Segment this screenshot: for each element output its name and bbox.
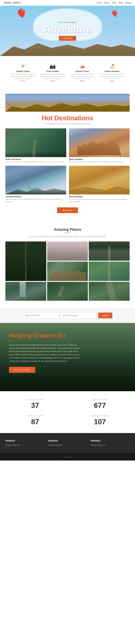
photo-waterfall xyxy=(6,282,46,301)
dest-img-europe xyxy=(6,128,66,157)
dest-img-africa: 🐪 xyxy=(69,166,130,194)
dest-desc-spain: Soaring mountains, sun-soaked coasts, Mo… xyxy=(69,161,130,163)
footer-bottom-text: Travel Co xyxy=(63,456,72,458)
email-cta-section: Submit xyxy=(0,308,135,323)
dest-card-spain: Spain Holidays Soaring mountains, sun-so… xyxy=(69,128,130,163)
nav-link-contact[interactable]: Contact xyxy=(125,2,131,4)
get-in-touch-button[interactable]: get in touch xyxy=(9,367,35,373)
extreme-tours-line xyxy=(80,81,85,81)
footer-col-2: Headline Sample footer text xyxy=(48,439,87,447)
photo-road-green xyxy=(89,262,129,281)
feature-dream-vacation: 🏖 Dream Vacation Sed do eiusmod tempor i… xyxy=(99,63,125,81)
hero-section: 🎈 🎈 It's time for great Adventure Learn … xyxy=(0,6,135,56)
amazing-photo-grid xyxy=(6,242,129,301)
holiday-types-title: Holiday Types xyxy=(11,70,36,72)
hero-content: It's time for great Adventure Learn More xyxy=(43,21,91,41)
dream-vacation-line xyxy=(110,81,114,81)
stat-coffee-label: CUPS OF COFFEE xyxy=(6,415,65,417)
feature-extreme-tours: ⛰ Extreme Tours Sed do eiusmod tempor in… xyxy=(70,63,95,81)
footer-col-3: Headline Sample footer text xyxy=(90,439,129,447)
nav-link-about[interactable]: About xyxy=(104,2,109,4)
dest-card-africa: 🐪 Africa Holidays Exotic souls, ancient … xyxy=(69,166,130,203)
dream-vacation-title: Dream Vacation xyxy=(99,70,125,72)
holiday-types-desc: Sed do eiusmod tempor incididunt ut labo… xyxy=(11,73,36,80)
footer-bottom: Travel Co xyxy=(0,453,135,460)
balloon-left: 🎈 xyxy=(15,8,28,20)
stat-hot-value: 37 xyxy=(6,402,65,410)
amazing-places-desc: Lorem ipsum dolor sit amet, consectetur … xyxy=(18,235,117,238)
balloon-right: 🎈 xyxy=(110,10,119,18)
extreme-tours-title: Extreme Tours xyxy=(70,70,95,72)
holiday-types-line xyxy=(21,81,25,81)
footer-col-3-title: Headline xyxy=(90,439,129,442)
hero-mountain xyxy=(0,40,135,56)
dest-desc-europe: From ancient cultures to amazing landsca… xyxy=(6,161,66,163)
nav-links: Home About Tours Blog Contact xyxy=(97,2,131,4)
travel-guides-title: Travel Guides xyxy=(40,70,65,72)
helping-dreams-content: Helping Dreams Do You can have as much o… xyxy=(0,323,90,391)
nav-link-home[interactable]: Home xyxy=(97,2,102,4)
travel-guides-icon: 📷 xyxy=(40,63,65,69)
dest-desc-cycling: Reawaken that long-lost childhood sense … xyxy=(6,198,66,203)
stat-countries-label: VISITED COUNTRIES xyxy=(70,415,129,417)
dest-title-spain: Spain Holidays xyxy=(69,158,130,160)
dest-title-cycling: Cycling Holidays xyxy=(6,196,66,198)
helping-dreams-body: You can have as much or as little help f… xyxy=(9,344,81,363)
dest-title-africa: Africa Holidays xyxy=(69,196,130,198)
hot-destinations-title: Hot Destinations xyxy=(6,114,129,122)
photo-forest-road xyxy=(6,242,46,281)
destination-grid: £300+ Discounts From ancient cultures to… xyxy=(6,128,129,203)
hot-destinations-section: Hot Destinations The first place to look… xyxy=(0,88,135,220)
nav-link-blog[interactable]: Blog xyxy=(119,2,122,4)
show-more-button[interactable]: Show more xyxy=(57,207,78,213)
photo-winding-road xyxy=(47,282,88,301)
amazing-places-title: Amazing Places xyxy=(6,228,129,232)
travel-guides-desc: Sed do eiusmod tempor incididunt ut labo… xyxy=(40,73,65,80)
name-input[interactable] xyxy=(23,312,59,318)
dest-img-cycling: 🚴 xyxy=(6,166,66,194)
feature-travel-guides: 📷 Travel Guides Sed do eiusmod tempor in… xyxy=(40,63,65,81)
navbar: TRAVEL AGENCY Home About Tours Blog Cont… xyxy=(0,0,135,6)
footer: Headline Sample footer text Headline Sam… xyxy=(0,433,135,460)
hero-subtitle: It's time for great xyxy=(43,21,91,23)
email-input[interactable] xyxy=(60,312,96,318)
feature-holiday-types: ✈ Holiday Types Sed do eiusmod tempor in… xyxy=(11,63,36,81)
footer-col-2-text: Sample footer text xyxy=(48,444,87,447)
nav-link-tours[interactable]: Tours xyxy=(112,2,116,4)
photo-dark-road xyxy=(89,242,129,261)
helping-dreams-title: Helping Dreams Do xyxy=(9,332,81,339)
stat-countries-value: 107 xyxy=(70,418,129,426)
hero-cta-button[interactable]: Learn More xyxy=(59,36,76,41)
footer-col-3-text: Sample footer text xyxy=(90,444,129,447)
amazing-places-divider xyxy=(65,233,70,233)
travel-guides-line xyxy=(50,81,55,81)
helping-dreams-section: Helping Dreams Do You can have as much o… xyxy=(0,323,135,391)
stat-coffee: CUPS OF COFFEE 87 xyxy=(6,415,65,426)
nav-logo: TRAVEL AGENCY xyxy=(4,2,21,4)
footer-col-1-text: Sample footer text xyxy=(6,444,45,447)
hot-dest-mountain xyxy=(6,101,129,112)
hot-destinations-subtitle: The first place to look for environmenta… xyxy=(6,123,129,125)
photo-village xyxy=(47,262,88,281)
features-section: ✈ Holiday Types Sed do eiusmod tempor in… xyxy=(0,56,135,88)
hero-title: Adventure xyxy=(43,24,91,34)
stat-hot-label: HOT DESTINATIONS xyxy=(6,398,65,400)
holiday-types-icon: ✈ xyxy=(11,63,36,69)
stat-clients-label: HAPPY CLIENTS xyxy=(70,398,129,400)
dream-vacation-icon: 🏖 xyxy=(99,63,125,69)
footer-columns: Headline Sample footer text Headline Sam… xyxy=(0,433,135,453)
hot-dest-bg xyxy=(6,94,129,112)
dest-title-europe: £300+ Discounts xyxy=(6,158,66,160)
stat-hot-destinations: HOT DESTINATIONS 37 xyxy=(6,398,65,410)
dest-card-cycling: 🚴 Cycling Holidays Reawaken that long-lo… xyxy=(6,166,66,203)
photo-mountain-pink xyxy=(47,242,88,261)
stat-happy-clients: HAPPY CLIENTS 677 xyxy=(70,398,129,410)
dest-desc-africa: Exotic souls, ancient wonders, unique wi… xyxy=(69,198,130,203)
stat-countries: VISITED COUNTRIES 107 xyxy=(70,415,129,426)
amazing-places-section: Amazing Places Lorem ipsum dolor sit ame… xyxy=(0,220,135,308)
dest-img-spain xyxy=(69,128,130,157)
dream-vacation-desc: Sed do eiusmod tempor incididunt ut labo… xyxy=(99,73,125,80)
submit-button[interactable]: Submit xyxy=(98,312,112,318)
dest-card-europe: £300+ Discounts From ancient cultures to… xyxy=(6,128,66,163)
helping-dreams-divider xyxy=(9,340,14,341)
